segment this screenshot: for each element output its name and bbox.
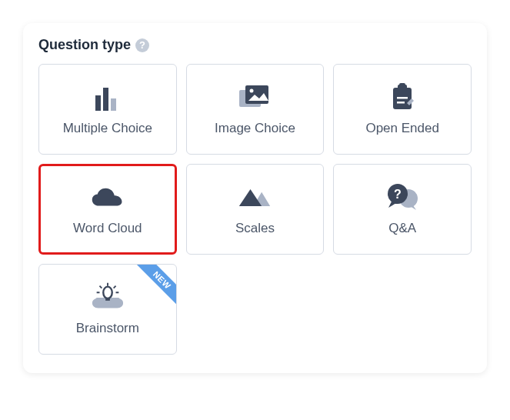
help-icon[interactable]: ? xyxy=(135,38,149,52)
card-label: Multiple Choice xyxy=(63,121,152,136)
card-image-choice[interactable]: Image Choice xyxy=(186,64,325,155)
card-label: Scales xyxy=(235,221,275,236)
brainstorm-icon xyxy=(91,282,125,313)
svg-point-5 xyxy=(250,89,254,93)
mountain-icon xyxy=(238,182,272,213)
image-icon xyxy=(238,82,272,113)
svg-rect-8 xyxy=(399,83,405,87)
card-label: Image Choice xyxy=(215,121,295,136)
new-badge: NEW xyxy=(134,264,177,308)
svg-rect-10 xyxy=(397,102,405,104)
card-open-ended[interactable]: Open Ended xyxy=(333,64,472,155)
card-label: Q&A xyxy=(388,221,416,236)
question-type-panel: Question type ? Multiple Choice xyxy=(23,23,487,373)
card-brainstorm[interactable]: NEW Brainstorm xyxy=(38,264,177,355)
svg-line-17 xyxy=(99,286,102,288)
question-type-grid: Multiple Choice Image Choice xyxy=(38,64,472,355)
cloud-icon xyxy=(91,182,125,213)
card-label: Word Cloud xyxy=(73,221,142,236)
svg-rect-0 xyxy=(95,95,101,111)
svg-rect-9 xyxy=(397,97,408,99)
svg-rect-4 xyxy=(245,85,268,104)
panel-header: Question type ? xyxy=(38,37,472,53)
card-scales[interactable]: Scales xyxy=(186,164,325,255)
svg-rect-15 xyxy=(105,298,110,301)
svg-line-18 xyxy=(113,286,115,288)
panel-title: Question type xyxy=(38,37,131,53)
svg-text:?: ? xyxy=(394,188,402,201)
qa-icon: ? xyxy=(385,182,419,213)
card-label: Open Ended xyxy=(365,121,438,136)
card-word-cloud[interactable]: Word Cloud xyxy=(38,164,177,255)
svg-rect-2 xyxy=(111,98,116,111)
svg-rect-1 xyxy=(103,88,108,111)
bar-chart-icon xyxy=(91,82,125,113)
svg-point-14 xyxy=(103,287,112,298)
clipboard-icon xyxy=(385,82,419,113)
card-label: Brainstorm xyxy=(76,321,139,336)
card-multiple-choice[interactable]: Multiple Choice xyxy=(38,64,177,155)
card-qa[interactable]: ? Q&A xyxy=(333,164,472,255)
